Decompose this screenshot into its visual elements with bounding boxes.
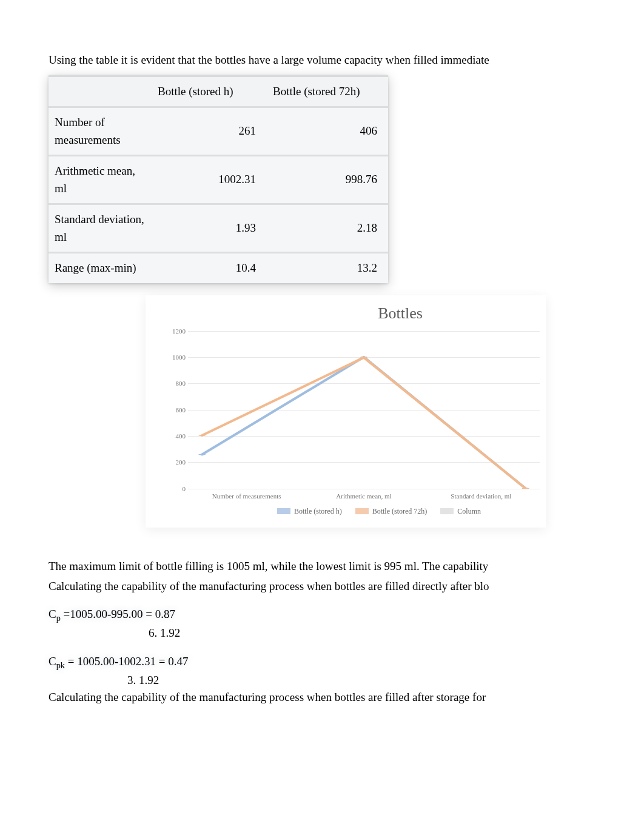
x-tick-label: Arithmetic mean, ml [305,491,422,501]
table-header-col1: Bottle (stored h) [152,75,267,107]
legend-item: Bottle (stored 72h) [355,506,428,517]
table-row: Arithmetic mean, ml1002.31998.76 [49,155,388,203]
cp-expression: =1005.00-995.00 = 0.87 [61,608,175,620]
chart-plot-area: 020040060080010001200 [188,331,540,489]
row-value: 2.18 [267,203,388,252]
cpk-symbol: C [49,655,56,668]
grid-line [188,489,540,489]
legend-swatch-blue [277,508,290,514]
cpk-denominator: 3. 1.92 [127,672,608,689]
legend-label: Bottle (stored 72h) [372,506,428,517]
row-value: 261 [152,106,267,155]
paragraph: The maximum limit of bottle filling is 1… [49,558,608,575]
y-tick-label: 1200 [165,326,186,336]
body-text: The maximum limit of bottle filling is 1… [49,558,608,706]
legend-swatch-grey [440,508,454,514]
data-point [360,357,367,358]
y-tick-label: 0 [165,483,186,494]
cp-subscript: p [56,613,61,623]
legend-item: Bottle (stored h) [277,506,342,517]
chart-title: Bottles [255,301,546,325]
legend-label: Bottle (stored h) [294,506,342,517]
row-label: Number of measurements [49,106,152,155]
paragraph: Calculating the capability of the manufa… [49,689,608,706]
row-label: Arithmetic mean, ml [49,155,152,203]
y-tick-label: 1000 [165,352,186,363]
row-value: 13.2 [267,252,388,283]
chart-x-labels: Number of measurementsArithmetic mean, m… [188,489,540,501]
row-value: 1.93 [152,203,267,252]
x-tick-label: Standard deviation, ml [423,491,540,501]
legend-swatch-orange [355,508,369,514]
cpk-expression: = 1005.00-1002.31 = 0.47 [65,655,189,668]
table-row: Standard deviation, ml1.932.18 [49,203,388,252]
chart-svg [188,331,540,489]
table-header-col2: Bottle (stored 72h) [267,75,388,107]
cp-symbol: C [49,608,56,620]
cpk-subscript: pk [56,660,65,669]
y-tick-label: 200 [165,457,186,468]
cp-denominator: 6. 1.92 [149,625,608,642]
legend-item: Column [440,506,481,517]
series-line [202,357,526,488]
row-value: 998.76 [267,155,388,203]
table-header-empty [49,75,152,107]
x-tick-label: Number of measurements [188,491,305,501]
intro-text: Using the table it is evident that the b… [49,52,608,69]
row-value: 10.4 [152,252,267,283]
chart-container: Bottles 020040060080010001200 Number of … [146,295,546,528]
row-value: 1002.31 [152,155,267,203]
data-point [198,454,206,455]
row-label: Standard deviation, ml [49,203,152,252]
equation-cpk: Cpk = 1005.00-1002.31 = 0.47 3. 1.92 [49,653,608,689]
equation-cp: Cp =1005.00-995.00 = 0.87 6. 1.92 [49,606,608,642]
y-tick-label: 400 [165,431,186,441]
chart-legend: Bottle (stored h) Bottle (stored 72h) Co… [212,506,546,517]
series-line [202,357,526,488]
y-tick-label: 800 [165,378,186,389]
paragraph: Calculating the capability of the manufa… [49,578,608,595]
row-value: 406 [267,106,388,155]
row-label: Range (max-min) [49,252,152,283]
y-tick-label: 600 [165,404,186,415]
legend-label: Column [457,506,481,517]
data-table: Bottle (stored h) Bottle (stored 72h) Nu… [49,75,388,283]
table-row: Range (max-min)10.413.2 [49,252,388,283]
table-row: Number of measurements261406 [49,106,388,155]
data-point [198,435,206,436]
